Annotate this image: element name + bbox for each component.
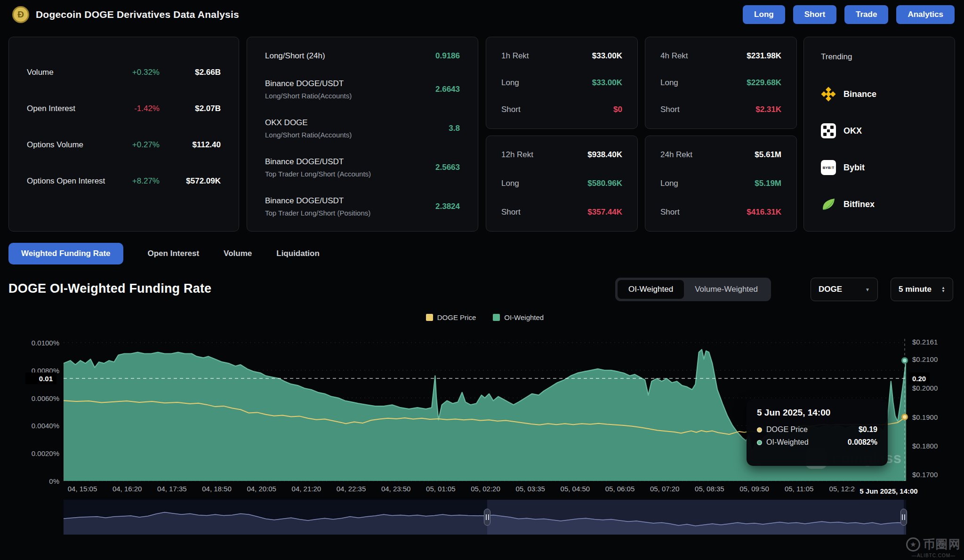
okx-icon [821,123,836,138]
app-root: Đ Dogecoin DOGE Derivatives Data Analysi… [0,0,964,560]
options-volume-value: $112.40 [160,140,221,150]
ratio-row-top-trader-positions: Binance DOGE/USDT Top Trader Long/Short … [265,196,460,217]
trending-item-bitfinex[interactable]: Bitfinex [821,186,938,223]
ratio-row-binance-accounts: Binance DOGE/USDT Long/Short Ratio(Accou… [265,79,460,100]
stat-row-options-volume: Options Volume +0.27% $112.40 [27,127,221,163]
ratio-row-okx-accounts: OKX DOGE Long/Short Ratio(Accounts) 3.8 [265,118,460,139]
navigator-left-handle[interactable] [484,509,490,526]
toggle-volume-weighted[interactable]: Volume-Weighted [684,280,769,299]
tooltip-row-oi-weighted: OI-Weighted 0.0082% [757,438,877,447]
stat-row-volume: Volume +0.32% $2.66B [27,54,221,90]
trending-item-binance[interactable]: Binance [821,76,938,112]
alibtc-logo-icon: ★ [906,537,920,552]
open-interest-change: -1.42% [117,104,160,113]
analytics-button[interactable]: Analytics [896,5,955,24]
legend-doge-price[interactable]: DOGE Price [426,313,476,321]
long-button[interactable]: Long [743,5,785,24]
page-title: Dogecoin DOGE Derivatives Data Analysis [36,9,239,20]
current-funding-label: 0.01 [25,373,56,384]
tooltip-row-doge-price: DOGE Price $0.19 [757,425,877,434]
volume-value: $2.66B [160,68,221,77]
toggle-oi-weighted[interactable]: OI-Weighted [618,280,684,299]
legend-oi-weighted[interactable]: OI-Weighted [493,313,544,321]
tab-liquidation[interactable]: Liquidation [276,249,320,258]
navigator-selection[interactable] [487,500,903,535]
short-button[interactable]: Short [793,5,836,24]
doge-price-last-point-marker [901,414,908,420]
current-price-label: 0.20 [908,373,930,384]
weighting-toggle: OI-Weighted Volume-Weighted [615,278,771,301]
trending-item-bybit[interactable]: BYB!T Bybit [821,149,938,186]
oi-weighted-swatch-icon [493,314,500,321]
open-interest-value: $2.07B [160,104,221,113]
bitfinex-icon [821,197,836,212]
rekt-1h-card: 1h Rekt$33.00K Long$33.00K Short$0 [486,37,638,129]
chart-tooltip: 5 Jun 2025, 14:00 DOGE Price $0.19 OI-We… [747,399,888,466]
header-buttons: Long Short Trade Analytics [743,5,955,24]
doge-price-swatch-icon [426,314,433,321]
header: Đ Dogecoin DOGE Derivatives Data Analysi… [0,0,964,29]
ratio-row-top-trader-accounts: Binance DOGE/USDT Top Trader Long/Short … [265,157,460,178]
trending-item-okx[interactable]: OKX [821,112,938,149]
navigator-right-handle[interactable] [900,509,907,526]
binance-icon [821,87,836,102]
rekt-24h-card: 24h Rekt$5.61M Long$5.19M Short$416.31K [645,136,797,232]
rekt-4h-card: 4h Rekt$231.98K Long$229.68K Short$2.31K [645,37,797,129]
alibtc-watermark: ★ 币圈网 ALIBTC.COM [906,536,961,558]
chevron-down-icon: ▼ [865,287,870,292]
chart-legend: DOGE Price OI-Weighted [64,313,906,321]
brand: Đ Dogecoin DOGE Derivatives Data Analysi… [12,6,239,23]
chart-tabs: Weighted Funding Rate Open Interest Volu… [8,243,320,264]
options-open-interest-change: +8.27% [117,176,160,186]
section-title: DOGE OI-Weighted Funding Rate [8,281,211,296]
bybit-icon: BYB!T [821,160,836,175]
rekt-12h-card: 12h Rekt$938.40K Long$580.96K Short$357.… [486,136,638,232]
chart-navigator[interactable] [64,500,906,535]
ratio-row-24h: Long/Short (24h) 0.9186 [265,51,460,61]
stat-row-open-interest: Open Interest -1.42% $2.07B [27,90,221,127]
tab-weighted-funding-rate[interactable]: Weighted Funding Rate [8,243,123,264]
tab-open-interest[interactable]: Open Interest [148,249,200,258]
coin-select[interactable]: DOGE ▼ [811,278,878,301]
stat-row-options-open-interest: Options Open Interest +8.27% $572.09K [27,163,221,199]
long-short-ratios-card: Long/Short (24h) 0.9186 Binance DOGE/USD… [247,37,478,232]
oi-weighted-dot-icon [757,440,762,445]
doge-price-dot-icon [757,427,762,432]
trending-title: Trending [821,52,938,62]
tab-volume[interactable]: Volume [224,249,252,258]
market-stats-card: Volume +0.32% $2.66B Open Interest -1.42… [8,37,239,232]
volume-change: +0.32% [117,68,160,77]
interval-select[interactable]: 5 minute ▲▼ [891,278,953,301]
stepper-arrows-icon: ▲▼ [941,286,945,293]
trending-card: Trending Binance OKX BYB!T Bybit [803,37,955,232]
oi-weighted-last-point-marker [901,357,908,364]
dogecoin-logo-icon: Đ [12,6,29,23]
options-volume-change: +0.27% [117,140,160,150]
options-open-interest-value: $572.09K [160,176,221,186]
trade-button[interactable]: Trade [844,5,888,24]
